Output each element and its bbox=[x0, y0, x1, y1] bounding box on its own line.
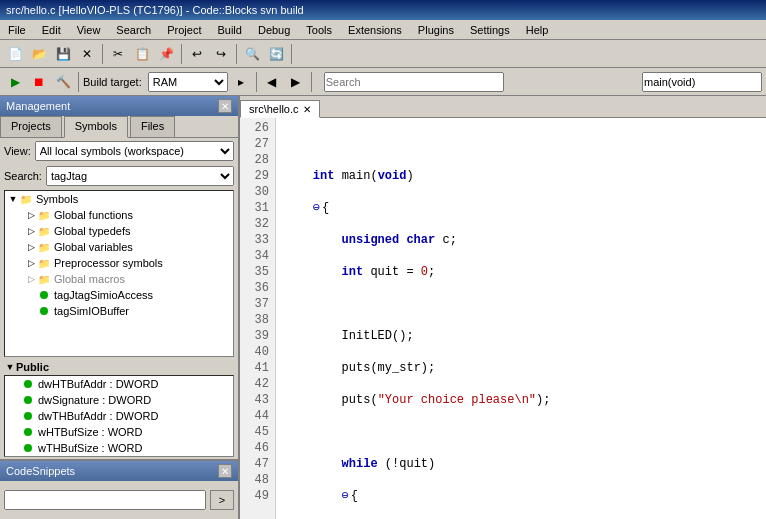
close-button[interactable]: ✕ bbox=[76, 43, 98, 65]
public-section-header: ▼ Public bbox=[0, 359, 238, 375]
menu-tools[interactable]: Tools bbox=[302, 22, 336, 38]
public-tree[interactable]: dwHTBufAddr : DWORD dwSignature : DWORD … bbox=[4, 375, 234, 457]
menu-settings[interactable]: Settings bbox=[466, 22, 514, 38]
expand-icon: ▷ bbox=[25, 242, 37, 252]
management-header: Management ✕ bbox=[0, 96, 238, 116]
tab-projects[interactable]: Projects bbox=[0, 116, 62, 137]
menu-bar: File Edit View Search Project Build Debu… bbox=[0, 20, 766, 40]
line-num-39: 39 bbox=[246, 328, 269, 344]
new-button[interactable]: 📄 bbox=[4, 43, 26, 65]
build-target-select[interactable]: RAM bbox=[148, 72, 228, 92]
public-item-4[interactable]: wTHBufSize : WORD bbox=[5, 440, 233, 456]
tree-item-global-variables[interactable]: ▷ 📁 Global variables bbox=[5, 239, 233, 255]
function-search-input[interactable] bbox=[642, 72, 762, 92]
menu-debug[interactable]: Debug bbox=[254, 22, 294, 38]
separator-7 bbox=[311, 72, 312, 92]
tree-item-global-macros[interactable]: ▷ 📁 Global macros bbox=[5, 271, 233, 287]
view-select[interactable]: All local symbols (workspace) bbox=[35, 141, 234, 161]
menu-extensions[interactable]: Extensions bbox=[344, 22, 406, 38]
green-dot-icon bbox=[21, 393, 35, 407]
line-num-37: 37 bbox=[246, 296, 269, 312]
code-snippets-panel: CodeSnippets ✕ > bbox=[0, 459, 238, 519]
tree-item-preprocessor[interactable]: ▷ 📁 Preprocessor symbols bbox=[5, 255, 233, 271]
green-dot-icon bbox=[21, 441, 35, 455]
build-button[interactable]: 🔨 bbox=[52, 71, 74, 93]
menu-help[interactable]: Help bbox=[522, 22, 553, 38]
line-num-42: 42 bbox=[246, 376, 269, 392]
file-tab-label: src\hello.c bbox=[249, 103, 299, 115]
snippets-close[interactable]: ✕ bbox=[218, 464, 232, 478]
code-area[interactable]: 26 27 28 29 30 31 32 33 34 35 36 37 38 3… bbox=[240, 118, 766, 519]
expand-icon: ▷ bbox=[25, 226, 37, 236]
public-item-0[interactable]: dwHTBufAddr : DWORD bbox=[5, 376, 233, 392]
symbols-tree[interactable]: ▼ 📁 Symbols ▷ 📁 Global functions ▷ 📁 Glo… bbox=[4, 190, 234, 357]
copy-button[interactable]: 📋 bbox=[131, 43, 153, 65]
tree-item-label: tagSimIOBuffer bbox=[54, 305, 129, 317]
folder-icon: 📁 bbox=[37, 224, 51, 238]
paste-button[interactable]: 📌 bbox=[155, 43, 177, 65]
tree-item-label: Global macros bbox=[54, 273, 125, 285]
redo-button[interactable]: ↪ bbox=[210, 43, 232, 65]
undo-button[interactable]: ↩ bbox=[186, 43, 208, 65]
tabs-row: Projects Symbols Files bbox=[0, 116, 238, 138]
line-num-36: 36 bbox=[246, 280, 269, 296]
stop-button[interactable]: ⏹ bbox=[28, 71, 50, 93]
tree-item-tagjtag-simio[interactable]: tagJtagSimioAccess bbox=[5, 287, 233, 303]
public-item-label: dwHTBufAddr : DWORD bbox=[38, 378, 158, 390]
line-num-44: 44 bbox=[246, 408, 269, 424]
line-num-26: 26 bbox=[246, 120, 269, 136]
menu-build[interactable]: Build bbox=[213, 22, 245, 38]
menu-project[interactable]: Project bbox=[163, 22, 205, 38]
search-label: Search: bbox=[4, 170, 42, 182]
run-button[interactable]: ▶ bbox=[4, 71, 26, 93]
folder-icon: 📁 bbox=[37, 208, 51, 222]
file-tab-hello[interactable]: src\hello.c ✕ bbox=[240, 100, 320, 118]
find-button[interactable]: 🔍 bbox=[241, 43, 263, 65]
expand-icon: ▷ bbox=[25, 210, 37, 220]
nav-forward[interactable]: ▶ bbox=[285, 71, 307, 93]
tree-root-symbols[interactable]: ▼ 📁 Symbols bbox=[5, 191, 233, 207]
public-item-3[interactable]: wHTBufSize : WORD bbox=[5, 424, 233, 440]
green-dot-icon bbox=[21, 409, 35, 423]
menu-view[interactable]: View bbox=[73, 22, 105, 38]
tree-root-label: Symbols bbox=[36, 193, 78, 205]
line-numbers: 26 27 28 29 30 31 32 33 34 35 36 37 38 3… bbox=[240, 118, 276, 519]
tree-item-tagsimio[interactable]: tagSimIOBuffer bbox=[5, 303, 233, 319]
search-input[interactable]: tagJtag bbox=[46, 166, 234, 186]
tree-item-global-functions[interactable]: ▷ 📁 Global functions bbox=[5, 207, 233, 223]
code-content[interactable]: int main(void) ⊖{ unsigned char c; int q… bbox=[276, 118, 766, 519]
folder-icon: 📁 bbox=[37, 240, 51, 254]
replace-button[interactable]: 🔄 bbox=[265, 43, 287, 65]
code-line-30: int quit = 0; bbox=[284, 264, 758, 280]
tab-files[interactable]: Files bbox=[130, 116, 175, 137]
snippets-search-input[interactable] bbox=[4, 490, 206, 510]
save-button[interactable]: 💾 bbox=[52, 43, 74, 65]
public-label: Public bbox=[16, 361, 49, 373]
menu-file[interactable]: File bbox=[4, 22, 30, 38]
tab-symbols[interactable]: Symbols bbox=[64, 116, 128, 138]
line-num-45: 45 bbox=[246, 424, 269, 440]
public-item-2[interactable]: dwTHBufAddr : DWORD bbox=[5, 408, 233, 424]
menu-search[interactable]: Search bbox=[112, 22, 155, 38]
tree-item-label: Global functions bbox=[54, 209, 133, 221]
build-target-btn[interactable]: ▸ bbox=[230, 71, 252, 93]
line-num-28: 28 bbox=[246, 152, 269, 168]
open-button[interactable]: 📂 bbox=[28, 43, 50, 65]
search-input-top[interactable] bbox=[324, 72, 504, 92]
code-line-37: ⊖{ bbox=[284, 488, 758, 504]
public-item-1[interactable]: dwSignature : DWORD bbox=[5, 392, 233, 408]
tree-item-label: Global typedefs bbox=[54, 225, 130, 237]
separator-5 bbox=[78, 72, 79, 92]
folder-icon: 📁 bbox=[37, 256, 51, 270]
tree-item-global-typedefs[interactable]: ▷ 📁 Global typedefs bbox=[5, 223, 233, 239]
management-close[interactable]: ✕ bbox=[218, 99, 232, 113]
build-target-label: Build target: bbox=[83, 76, 142, 88]
cut-button[interactable]: ✂ bbox=[107, 43, 129, 65]
nav-back[interactable]: ◀ bbox=[261, 71, 283, 93]
green-dot-icon bbox=[37, 304, 51, 318]
menu-plugins[interactable]: Plugins bbox=[414, 22, 458, 38]
file-tab-close-icon[interactable]: ✕ bbox=[303, 104, 311, 115]
snippets-go-btn[interactable]: > bbox=[210, 490, 234, 510]
separator-6 bbox=[256, 72, 257, 92]
menu-edit[interactable]: Edit bbox=[38, 22, 65, 38]
